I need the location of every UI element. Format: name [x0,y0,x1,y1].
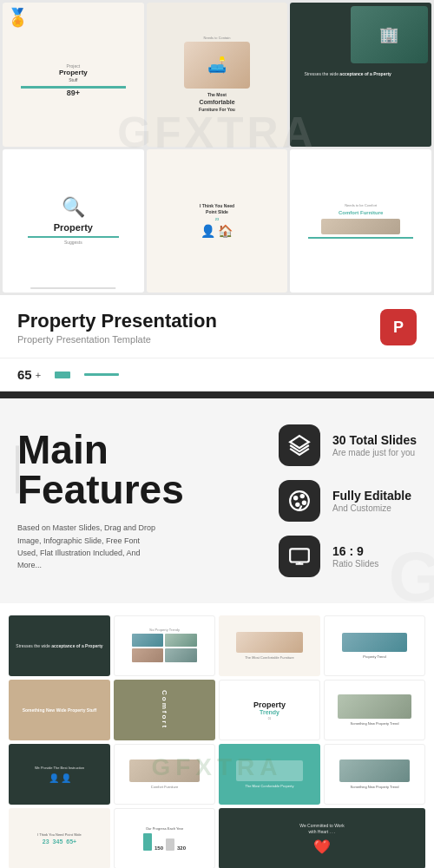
bt-label-14: Our Progress Each Year [146,826,183,832]
bt-sub-7: Trendy [260,709,279,715]
thumb-title-6: Comfort Furniture [339,210,383,215]
bt-cell-1 [132,634,163,648]
stat-slides: 65 + [17,367,41,382]
bt-img-12 [339,760,409,781]
feature-icon-layers [279,424,320,466]
slide-thumb-1: 🏅 Project Property Stuff 89+ [3,3,144,147]
bt-num-7: 01 [268,717,271,720]
slide-thumb-3: 🏢 Stresses the wide acceptance of a Prop… [290,3,431,147]
slides-count: 65 [17,367,32,382]
slide-thumb-2: Needs to Contain 🛋️ The MostComfortableF… [147,3,288,147]
bt-cell-4 [165,648,196,662]
bt-num-14b: 320 [177,845,186,851]
feature-text-editable: Fully Editable And Customize [332,489,411,513]
bottom-slide-13: I Think You Need Point Slide 23 345 65+ [9,808,110,868]
bt-cell-3 [132,648,163,662]
bt-label-11: The Most Comfortable Property [246,784,294,788]
bt-heart-15: ❤️ [313,838,331,855]
slides-plus: + [36,370,41,380]
thumb-person-5: 👤 🏠 [201,224,233,238]
bottom-slide-11: The Most Comfortable Property [219,744,320,805]
stats-row: 65 + [0,358,434,391]
bt-stats-13: 23 345 65+ [43,838,76,845]
preview-grid: 🏅 Project Property Stuff 89+ Needs to Co… [0,0,434,295]
bottom-slide-12: Something New Property Trend [324,744,425,805]
presentation-title: Property Presentation [17,310,217,332]
bt-img-10 [129,760,199,781]
bt-label-15: We Committed to Workwith Heart . . . [299,823,345,836]
thumb-pre-2: Needs to Contain [204,36,231,40]
display-icon [288,545,311,568]
bottom-slide-15: We Committed to Workwith Heart . . . ❤️ [219,808,425,868]
bt-label-5: Something New Wide Property Stuff [23,707,97,713]
thumb-text-5: I Think You NeedPoint Slide [200,203,234,215]
svg-point-2 [294,496,297,499]
teal-line-accent [84,373,119,376]
svg-point-3 [301,495,304,497]
thumb-num-1: 89+ [67,89,80,97]
ppt-label: P [393,319,404,337]
bt-img-4 [342,633,407,653]
feature-sub-editable: And Customize [332,503,411,513]
bottom-slide-10: Comfort Furniture [114,744,215,805]
svg-point-5 [296,503,299,506]
feature-icon-display [279,536,320,577]
feature-item-ratio: 16 : 9 Ratio Slides [279,536,417,577]
bt-cell-2 [165,634,196,648]
feature-title-slides: 30 Total Slides [332,433,417,447]
teal-rect-accent [55,372,70,378]
features-heading: Main Features [17,430,184,510]
feature-title-editable: Fully Editable [332,489,411,503]
features-section: G Main Features Based on Master Slides, … [0,398,434,603]
bt-label-12: Something New Property Trend [351,785,399,789]
bt-img-3 [236,632,302,654]
ppt-icon: P [380,309,417,345]
magnifier-icon: 🔍 [62,196,85,219]
bottom-slide-2: Six Property Trendy [114,615,215,676]
bt-label-1: Stresses the wide acceptance of a Proper… [14,641,104,651]
header-section: Property Presentation Property Presentat… [0,295,434,358]
svg-point-1 [290,491,309,510]
bt-pre-2: Six Property Trendy [149,628,180,632]
bt-label-8: Something New Property Trend [351,721,399,726]
feature-item-editable: Fully Editable And Customize [279,480,417,522]
thumb-pre-6: Needs to be Comfort [345,203,377,207]
thumb-subtitle-1: Stuff [69,77,77,82]
thumb-bar-6 [308,237,413,239]
thumb-line-4 [31,287,116,289]
thumb-accent-4 [28,236,119,238]
bt-img-grid-2 [132,634,197,662]
features-line1: Main [17,430,184,470]
bottom-slide-grid: Stresses the wide acceptance of a Proper… [9,615,425,868]
feature-title-ratio: 16 : 9 [332,544,378,558]
bt-img-11 [236,760,302,782]
features-right: 30 Total Slides Are made just for you Fu… [279,424,417,577]
bt-img-8 [338,694,412,720]
bottom-grid-section: Stresses the wide acceptance of a Proper… [0,603,434,868]
bt-bar-14a [143,833,152,851]
bt-bar-14b [166,838,174,851]
svg-rect-6 [290,549,309,562]
bt-label-6: Comfort [161,690,168,729]
thumb-title-1: Property [59,69,88,77]
slide-thumb-6: Needs to be Comfort Comfort Furniture [290,149,431,293]
thumb-title-4: Property [54,222,93,233]
award-icon: 🏅 [7,7,29,28]
bottom-slide-3: The Most Comfortable Furniture [219,615,320,676]
bt-team-9: 👤 👤 [49,773,71,783]
bt-num-14a: 150 [155,845,163,851]
bottom-slide-6: Comfort [114,680,215,740]
separator-bar [0,391,434,398]
bt-progress-14: 150 320 [143,833,186,851]
thumb-num-5: 23 [215,217,219,221]
svg-point-4 [303,502,306,504]
feature-icon-palette [279,480,320,522]
bt-label-13: I Think You Need Point Slide [37,832,82,837]
bottom-slide-5: Something New Wide Property Stuff [9,680,110,740]
palette-icon [288,490,311,512]
thumb-img-6 [321,219,399,234]
bt-label-9: We Provide The Best Instruction [35,766,84,771]
bottom-slide-8: Something New Property Trend [324,680,425,740]
bt-label-3: The Most Comfortable Furniture [245,655,294,660]
features-description: Based on Master Slides, Drag and Drop Im… [17,522,156,572]
